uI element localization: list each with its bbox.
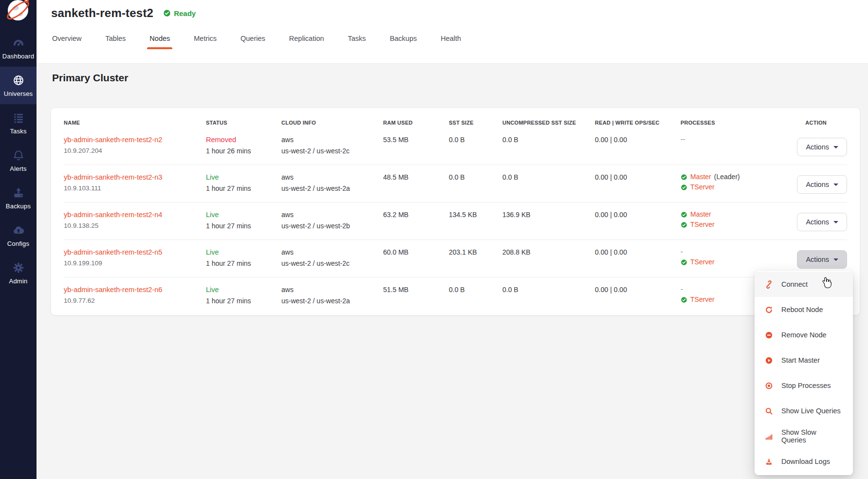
sidebar-item-label: Dashboard (2, 53, 34, 60)
column-header-action: ACTION (774, 120, 847, 126)
cell-name: yb-admin-sanketh-rem-test2-n210.9.207.20… (64, 136, 206, 165)
menu-item-connect[interactable]: Connect (755, 272, 853, 297)
cell-status: Live1 hour 27 mins (206, 211, 281, 240)
tab-tasks[interactable]: Tasks (348, 28, 366, 49)
tab-tables[interactable]: Tables (105, 28, 126, 49)
node-name-link[interactable]: yb-admin-sanketh-rem-test2-n6 (64, 286, 206, 294)
actions-button[interactable]: Actions (797, 138, 847, 156)
cell-ram-used: 63.2 MB (383, 211, 449, 240)
node-cloud: aws (281, 136, 383, 144)
sidebar-item-universes[interactable]: Universes (0, 67, 37, 104)
cell-read-write-ops: 0.00 | 0.00 (595, 211, 681, 240)
actions-button-label: Actions (806, 181, 829, 188)
actions-button[interactable]: Actions (797, 250, 847, 269)
cell-processes: MasterTServer (681, 211, 774, 240)
node-cloud: aws (281, 248, 383, 256)
universe-header: sanketh-rem-test2 Ready OverviewTablesNo… (37, 0, 868, 64)
actions-button-label: Actions (806, 256, 829, 263)
cell-sst-size: 134.5 KB (449, 211, 502, 240)
process-line: TServer (681, 184, 774, 191)
process-line: -- (681, 136, 774, 143)
node-uptime: 1 hour 26 mins (206, 147, 281, 155)
actions-dropdown-menu: ConnectReboot NodeRemove NodeStart Maste… (755, 271, 853, 475)
process-line: - (681, 248, 774, 256)
tab-overview[interactable]: Overview (52, 28, 81, 49)
actions-button[interactable]: Actions (797, 213, 847, 231)
table-row: yb-admin-sanketh-rem-test2-n610.9.77.62L… (64, 277, 847, 315)
process-link[interactable]: TServer (690, 296, 715, 303)
actions-button-label: Actions (806, 218, 829, 226)
tab-replication[interactable]: Replication (289, 28, 324, 49)
status-badge: Ready (163, 9, 196, 18)
tab-health[interactable]: Health (441, 28, 461, 49)
process-placeholder: - (681, 286, 683, 293)
sidebar-item-configs[interactable]: Configs (0, 217, 37, 254)
table-header-row: NAMESTATUSCLOUD INFORAM USEDSST SIZEUNCO… (64, 108, 847, 128)
sidebar-item-backups[interactable]: Backups (0, 179, 37, 217)
live-queries-icon (765, 407, 773, 415)
node-uptime: 1 hour 27 mins (206, 184, 281, 192)
cell-ram-used: 60.0 MB (383, 248, 449, 277)
yugabyte-logo-icon[interactable] (4, 0, 32, 24)
tab-queries[interactable]: Queries (240, 28, 265, 49)
process-link[interactable]: Master (690, 211, 711, 218)
actions-button[interactable]: Actions (797, 175, 847, 194)
node-status: Live (206, 211, 281, 219)
node-ip: 10.9.199.109 (64, 259, 206, 267)
process-link[interactable]: TServer (690, 184, 715, 191)
cell-sst-size: 0.0 B (449, 136, 502, 165)
cell-ram-used: 51.5 MB (383, 286, 449, 315)
cell-sst-size: 0.0 B (449, 286, 502, 315)
tab-metrics[interactable]: Metrics (194, 28, 217, 49)
node-uptime: 1 hour 27 mins (206, 297, 281, 305)
cell-status: Live1 hour 27 mins (206, 286, 281, 315)
node-name-link[interactable]: yb-admin-sanketh-rem-test2-n3 (64, 173, 206, 181)
node-status: Live (206, 286, 281, 294)
configs-icon (12, 224, 25, 237)
sidebar-item-label: Backups (6, 203, 31, 210)
process-line: Master (681, 211, 774, 218)
check-circle-icon (681, 174, 687, 181)
sidebar-item-tasks[interactable]: Tasks (0, 104, 37, 142)
sidebar-item-label: Configs (7, 240, 29, 247)
menu-item-label: Download Logs (781, 458, 830, 465)
process-link[interactable]: Master (690, 173, 711, 181)
column-header-cloud-info: CLOUD INFO (281, 120, 383, 126)
menu-item-reboot-node[interactable]: Reboot Node (755, 297, 853, 322)
cell-cloud-info: awsus-west-2 / us-west-2c (281, 248, 383, 277)
node-zone: us-west-2 / us-west-2c (281, 259, 383, 267)
tab-nodes[interactable]: Nodes (149, 28, 170, 49)
node-name-link[interactable]: yb-admin-sanketh-rem-test2-n2 (64, 136, 206, 144)
process-link[interactable]: TServer (690, 258, 715, 266)
sidebar-item-label: Universes (4, 90, 33, 97)
menu-item-show-live-queries[interactable]: Show Live Queries (755, 398, 853, 424)
menu-item-download-logs[interactable]: Download Logs (755, 449, 853, 474)
node-zone: us-west-2 / us-west-2a (281, 297, 383, 305)
check-circle-icon (681, 184, 687, 191)
node-ip: 10.9.103.111 (64, 184, 206, 192)
check-circle-icon (163, 9, 171, 17)
sidebar-item-alerts[interactable]: Alerts (0, 142, 37, 179)
tab-backups[interactable]: Backups (390, 28, 417, 49)
node-zone: us-west-2 / us-west-2c (281, 147, 383, 155)
sidebar-item-admin[interactable]: Admin (0, 254, 37, 292)
slow-queries-icon (765, 432, 773, 441)
node-name-link[interactable]: yb-admin-sanketh-rem-test2-n5 (64, 248, 206, 256)
process-placeholder: -- (681, 136, 685, 143)
node-name-link[interactable]: yb-admin-sanketh-rem-test2-n4 (64, 211, 206, 219)
sidebar-item-dashboard[interactable]: Dashboard (0, 29, 37, 67)
page-title: sanketh-rem-test2 (51, 6, 153, 20)
table-row: yb-admin-sanketh-rem-test2-n310.9.103.11… (64, 165, 847, 203)
menu-item-show-slow-queries[interactable]: Show Slow Queries (755, 424, 853, 449)
nodes-table-card: NAMESTATUSCLOUD INFORAM USEDSST SIZEUNCO… (51, 108, 860, 315)
menu-item-start-master[interactable]: Start Master (755, 348, 853, 373)
menu-item-stop-processes[interactable]: Stop Processes (755, 373, 853, 398)
tab-bar: OverviewTablesNodesMetricsQueriesReplica… (52, 28, 461, 49)
process-link[interactable]: TServer (690, 221, 715, 228)
node-cloud: aws (281, 211, 383, 219)
cell-read-write-ops: 0.00 | 0.00 (595, 173, 681, 202)
table-row: yb-admin-sanketh-rem-test2-n410.9.138.25… (64, 203, 847, 240)
alerts-icon (12, 149, 25, 162)
menu-item-remove-node[interactable]: Remove Node (755, 322, 853, 348)
status-badge-label: Ready (174, 9, 196, 18)
